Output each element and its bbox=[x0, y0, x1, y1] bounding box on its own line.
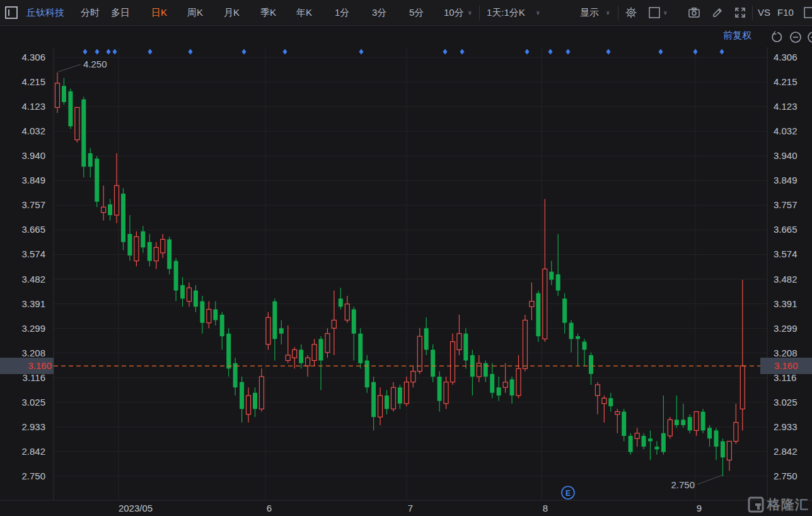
event-diamond-icon bbox=[548, 49, 553, 55]
candle-up bbox=[75, 107, 79, 139]
event-diamond-icon bbox=[443, 49, 448, 55]
candle-up bbox=[530, 302, 534, 307]
candle-down bbox=[81, 100, 86, 167]
sidebar-toggle-icon[interactable] bbox=[5, 6, 18, 19]
candle-down bbox=[213, 309, 218, 320]
candle-down bbox=[352, 309, 356, 333]
high-price-label: 4.250 bbox=[83, 59, 107, 69]
right-price-tick: 2.842 bbox=[774, 446, 811, 457]
candle-down bbox=[497, 387, 501, 396]
right-price-tick: 4.123 bbox=[774, 101, 811, 112]
candle-down bbox=[240, 382, 244, 409]
chevron-down-icon[interactable]: ∨ bbox=[468, 0, 472, 25]
candle-down bbox=[358, 334, 362, 363]
camera-icon[interactable] bbox=[688, 6, 700, 19]
candle-down bbox=[424, 328, 429, 349]
chevron-down-icon[interactable]: ∨ bbox=[536, 0, 540, 25]
toolbar-tab-7[interactable]: 年K bbox=[296, 0, 312, 25]
candlestick-plot[interactable]: 4.2502.750E bbox=[0, 0, 812, 516]
candle-down bbox=[253, 393, 257, 409]
right-price-tick: 3.482 bbox=[774, 274, 811, 285]
candle-up bbox=[306, 358, 310, 366]
candle-down bbox=[721, 442, 725, 458]
toolbar-tab-8[interactable]: 1分 bbox=[335, 0, 349, 25]
event-diamond-icon bbox=[720, 49, 724, 55]
candle-down bbox=[385, 396, 389, 409]
candle-down bbox=[279, 328, 284, 334]
pencil-icon[interactable] bbox=[711, 6, 724, 19]
right-price-tick: 3.849 bbox=[774, 175, 811, 186]
event-diamond-icon bbox=[659, 49, 663, 55]
layout-icon[interactable] bbox=[648, 6, 661, 19]
gear-icon[interactable] bbox=[625, 6, 637, 19]
display-menu[interactable]: 显示 bbox=[580, 0, 599, 25]
chevron-down-icon[interactable]: ∨ bbox=[606, 0, 610, 25]
candle-down bbox=[549, 272, 554, 280]
toolbar-tab-9[interactable]: 3分 bbox=[372, 0, 386, 25]
toolbar-tab-6[interactable]: 季K bbox=[260, 0, 276, 25]
candle-up bbox=[668, 419, 672, 436]
chevron-down-icon[interactable]: ∨ bbox=[663, 0, 668, 25]
candle-down bbox=[220, 315, 224, 336]
zoom-out-icon[interactable] bbox=[789, 30, 803, 44]
left-price-tick: 4.306 bbox=[0, 52, 45, 63]
candle-up bbox=[615, 412, 620, 414]
candle-up bbox=[102, 207, 106, 213]
stock-name[interactable]: 丘钛科技 bbox=[26, 0, 64, 25]
left-price-tick: 4.215 bbox=[0, 76, 45, 88]
toolbar-tab-4[interactable]: 周K bbox=[187, 0, 203, 25]
candle-up bbox=[523, 320, 527, 368]
panel-icon[interactable] bbox=[803, 6, 812, 19]
toolbar-tab-11[interactable]: 10分 bbox=[444, 0, 464, 25]
event-diamond-icon bbox=[359, 49, 364, 55]
vs-button[interactable]: VS bbox=[758, 0, 770, 25]
time-tick: 7 bbox=[408, 503, 413, 514]
period-selector[interactable]: 1天:1分K bbox=[487, 0, 525, 25]
right-price-tick: 3.208 bbox=[774, 348, 811, 359]
toolbar-tab-2[interactable]: 多日 bbox=[111, 0, 130, 25]
right-price-tick: 4.032 bbox=[774, 126, 811, 137]
candle-down bbox=[141, 232, 145, 248]
toolbar-tab-3[interactable]: 日K bbox=[151, 0, 167, 25]
candle-up bbox=[543, 269, 547, 339]
event-diamond-icon bbox=[242, 49, 246, 55]
reset-zoom-icon[interactable] bbox=[770, 30, 784, 44]
candle-down bbox=[200, 302, 204, 323]
candle-up bbox=[457, 334, 461, 350]
candle-up bbox=[293, 349, 297, 358]
current-price-tag-left: 3.160 bbox=[0, 358, 54, 374]
event-diamond-icon bbox=[283, 49, 287, 55]
f10-button[interactable]: F10 bbox=[777, 0, 794, 25]
fullscreen-icon[interactable] bbox=[734, 6, 746, 19]
left-price-tick: 2.842 bbox=[0, 446, 45, 457]
left-price-tick: 3.757 bbox=[0, 199, 45, 211]
zoom-in-icon[interactable] bbox=[806, 30, 812, 44]
event-diamond-icon bbox=[148, 49, 153, 55]
toolbar-tab-10[interactable]: 5分 bbox=[409, 0, 424, 25]
candle-down bbox=[174, 261, 178, 291]
adjustment-mode-button[interactable]: 前复权 bbox=[723, 26, 751, 47]
candle-down bbox=[707, 428, 712, 438]
left-price-tick: 3.665 bbox=[0, 224, 45, 235]
candle-up bbox=[332, 320, 336, 328]
candle-up bbox=[602, 398, 606, 404]
candle-up bbox=[740, 366, 745, 409]
candle-up bbox=[246, 396, 251, 414]
candle-down bbox=[194, 291, 198, 307]
right-price-tick: 3.665 bbox=[774, 224, 811, 235]
toolbar-tab-1[interactable]: 分时 bbox=[81, 0, 100, 25]
candle-down bbox=[569, 323, 574, 339]
candle-up bbox=[134, 237, 139, 261]
right-price-tick: 3.757 bbox=[774, 199, 811, 211]
candle-up bbox=[477, 363, 481, 377]
left-price-tick: 3.025 bbox=[0, 397, 45, 408]
toolbar-divider bbox=[752, 6, 753, 20]
candle-down bbox=[583, 342, 587, 350]
left-price-tick: 4.032 bbox=[0, 126, 45, 137]
left-price-tick: 3.574 bbox=[0, 249, 45, 260]
candle-up bbox=[55, 83, 60, 107]
candle-up bbox=[207, 309, 211, 322]
toolbar-tab-5[interactable]: 月K bbox=[224, 0, 240, 25]
candle-up bbox=[312, 344, 316, 361]
candle-down bbox=[180, 285, 185, 298]
